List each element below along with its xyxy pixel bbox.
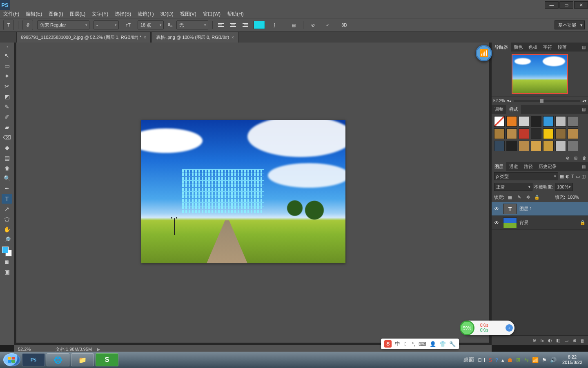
tool-18[interactable]: 🔎 <box>2 235 12 245</box>
tool-17[interactable]: ✋ <box>2 224 12 234</box>
tray-safe-icon[interactable]: ⛨ <box>516 357 521 363</box>
text-layer-content[interactable] <box>182 169 264 218</box>
task-browser[interactable]: 🌐 <box>47 353 69 366</box>
zoom-out-icon[interactable]: ▾▴ <box>507 99 511 103</box>
layer-footer-icon-1[interactable]: fx <box>540 338 544 343</box>
style-preset[interactable] <box>506 116 517 127</box>
zoom-slider[interactable] <box>514 100 580 102</box>
panel-tab[interactable]: 图层 <box>492 162 506 171</box>
layer-footer-icon-0[interactable]: ⊖ <box>532 338 536 343</box>
tool-0[interactable]: ↖ <box>2 51 12 61</box>
maximize-button[interactable]: ▭ <box>559 1 573 9</box>
layer-footer-icon-5[interactable]: ⊞ <box>572 338 576 343</box>
style-preset[interactable] <box>519 141 529 151</box>
task-explorer[interactable]: 📁 <box>71 353 94 366</box>
opacity-select[interactable]: 100% <box>555 183 573 191</box>
layer-name[interactable]: 背景 <box>519 220 528 226</box>
filter-adjust-icon[interactable]: ◐ <box>566 174 570 179</box>
status-zoom[interactable]: 52.2% <box>18 347 51 352</box>
navigator-preview[interactable] <box>512 54 568 94</box>
ime-user-icon[interactable]: 👤 <box>430 341 436 347</box>
antialias-select[interactable]: 无 <box>176 20 208 29</box>
layer-footer-icon-4[interactable]: ▭ <box>564 338 568 343</box>
warp-text-icon[interactable]: ⟆ <box>269 20 280 30</box>
visibility-icon[interactable]: 👁 <box>494 220 501 226</box>
tool-4[interactable]: ◩ <box>2 92 12 101</box>
tool-8[interactable]: ⌫ <box>2 132 12 142</box>
panel-tab[interactable]: 调整 <box>492 105 506 114</box>
menu-帮助(H)[interactable]: 帮助(H) <box>224 11 247 18</box>
tool-10[interactable]: ▤ <box>2 153 12 163</box>
panel-tab[interactable]: 路径 <box>521 162 536 171</box>
menu-图像(I)[interactable]: 图像(I) <box>45 11 66 18</box>
visibility-icon[interactable]: 👁 <box>494 206 501 212</box>
wifi-widget-icon[interactable]: 📶 <box>476 45 492 61</box>
delete-style-icon[interactable]: 🗑 <box>582 156 586 160</box>
document-tab[interactable]: 表格-.png @ 100% (图层 0, RGB/8#)× <box>151 32 238 43</box>
new-style-icon[interactable]: ⊞ <box>574 156 577 160</box>
style-preset[interactable] <box>494 141 505 151</box>
filter-smart-icon[interactable]: ◫ <box>581 174 586 179</box>
ime-keyboard-icon[interactable]: ⌨ <box>419 341 426 347</box>
filter-pixel-icon[interactable]: ▦ <box>560 174 564 179</box>
tray-lang[interactable]: CH <box>477 357 485 363</box>
style-preset[interactable] <box>519 128 529 139</box>
tray-network-icon[interactable]: ⇆ <box>524 357 529 363</box>
style-preset[interactable] <box>506 128 517 139</box>
minimize-button[interactable]: — <box>545 1 559 9</box>
tool-14[interactable]: T <box>2 194 12 204</box>
panel-tab[interactable]: 字符 <box>540 43 555 52</box>
menu-文字(Y)[interactable]: 文字(Y) <box>89 11 111 18</box>
tool-12[interactable]: 🔍 <box>2 173 12 183</box>
font-style-select[interactable]: - <box>94 20 119 29</box>
style-preset[interactable] <box>568 141 578 151</box>
tool-9[interactable]: ◆ <box>2 143 12 153</box>
close-button[interactable]: ✕ <box>574 1 588 9</box>
filter-shape-icon[interactable]: ▭ <box>576 174 580 179</box>
panel-tab[interactable]: 导航器 <box>492 43 511 52</box>
layer-filter-select[interactable]: ρ 类型 <box>494 172 558 180</box>
color-swatches[interactable] <box>2 247 12 256</box>
menu-图层(L)[interactable]: 图层(L) <box>67 11 89 18</box>
style-preset[interactable] <box>531 116 541 127</box>
canvas-area[interactable] <box>14 43 492 345</box>
align-left-button[interactable] <box>217 21 225 29</box>
tool-16[interactable]: ⬠ <box>2 214 12 224</box>
style-preset[interactable] <box>531 128 541 139</box>
layer-footer-icon-6[interactable]: 🗑 <box>580 338 585 343</box>
panel-tab[interactable]: 颜色 <box>511 43 526 52</box>
style-preset[interactable] <box>506 141 517 151</box>
ime-skin-icon[interactable]: 👕 <box>439 341 446 347</box>
tool-3[interactable]: ✂ <box>2 81 12 91</box>
tool-5[interactable]: ✎ <box>2 102 12 112</box>
tray-help-icon[interactable]: ? <box>495 357 498 363</box>
font-size-select[interactable]: 18 点 <box>138 20 164 29</box>
panel-tab[interactable]: 样式 <box>506 105 521 114</box>
style-preset[interactable] <box>519 116 529 127</box>
character-panel-icon[interactable]: ▤ <box>288 20 299 30</box>
align-right-button[interactable] <box>241 21 249 29</box>
tray-wifi-icon[interactable]: 📶 <box>532 357 539 363</box>
tool-2[interactable]: ✦ <box>2 71 12 81</box>
screen-mode-icon[interactable]: ▣ <box>2 267 12 277</box>
task-wps[interactable]: S <box>96 353 118 366</box>
menu-视图(V)[interactable]: 视图(V) <box>177 11 200 18</box>
taskbar-clock[interactable]: 8:22 2015/8/22 <box>562 355 582 365</box>
style-preset[interactable] <box>555 128 566 139</box>
style-preset[interactable] <box>494 116 505 127</box>
layer-footer-icon-3[interactable]: ◧ <box>556 338 560 343</box>
panel-menu-icon[interactable]: ▤ <box>579 164 588 169</box>
document-canvas[interactable] <box>141 120 345 263</box>
filter-type-icon[interactable]: T <box>571 174 574 179</box>
commit-icon[interactable]: ✓ <box>322 20 333 30</box>
panel-menu-icon[interactable]: ▤ <box>579 45 588 49</box>
threed-button[interactable]: 3D <box>341 22 347 27</box>
layer-name[interactable]: 图层 1 <box>519 206 532 212</box>
tool-11[interactable]: ◉ <box>2 163 12 173</box>
close-tab-icon[interactable]: × <box>232 35 234 40</box>
quick-mask-icon[interactable]: ◙ <box>2 257 12 267</box>
ime-punct-icon[interactable]: °, <box>412 341 415 347</box>
layer-item[interactable]: 👁背景🔒 <box>492 216 588 230</box>
blend-mode-select[interactable]: 正常 <box>494 183 532 191</box>
tray-desktop-label[interactable]: 桌面 <box>463 356 474 364</box>
